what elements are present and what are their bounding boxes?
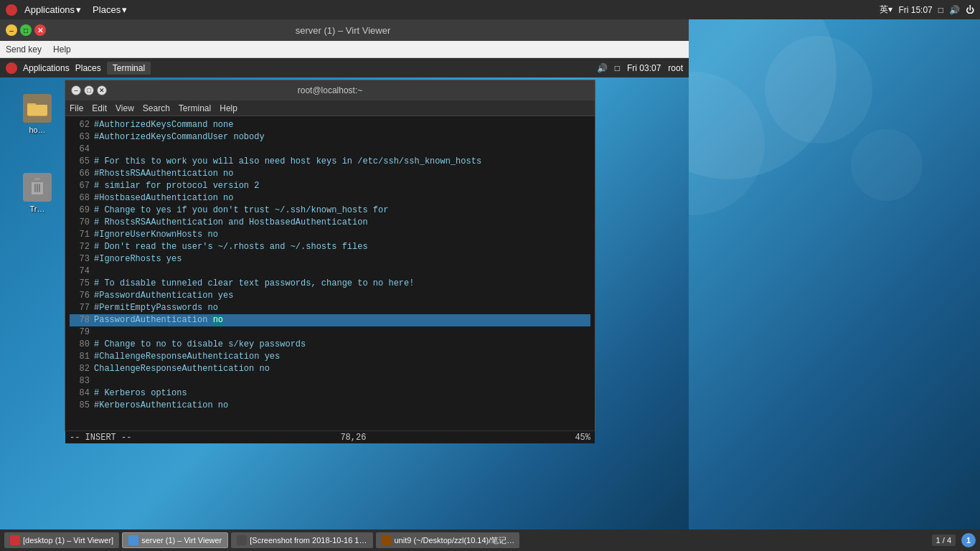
terminal-help-menu[interactable]: Help [220,103,237,113]
inner-terminal-label[interactable]: Terminal [107,62,151,75]
virt-close-button[interactable]: ✕ [34,24,46,36]
virt-window-title: server (1) – Virt Viewer [46,25,640,36]
terminal-line-85: 85#KerberosAuthentication no [70,400,590,412]
inner-panel-right: 🔊 □ Fri 03:07 root [597,63,683,73]
folder-label: ho… [29,126,45,134]
line-number: 63 [70,131,90,143]
trash-img [23,173,52,202]
applications-arrow: ▾ [76,4,81,15]
terminal-line-73: 73#IgnoreRhosts yes [70,253,590,265]
trash-icon[interactable]: Tr… [14,173,60,213]
vim-percent: 45% [575,433,590,443]
inner-clock: Fri 03:07 [627,63,661,73]
line-content: # Don't read the user's ~/.rhosts and ~/… [94,241,368,253]
line-number: 68 [70,192,90,204]
terminal-line-80: 80# Change to no to disable s/key passwo… [70,339,590,351]
terminal-line-84: 84# Kerberos options [70,387,590,400]
line-content: #HostbasedAuthentication no [94,192,233,204]
terminal-edit-menu[interactable]: Edit [92,103,107,113]
terminal-statusbar: -- INSERT -- 78,26 45% [65,430,595,443]
fedora-icon [6,4,17,16]
terminal-line-72: 72# Don't read the user's ~/.rhosts and … [70,241,590,253]
terminal-view-menu[interactable]: View [116,103,134,113]
terminal-window-controls[interactable]: – □ ✕ [71,85,107,95]
line-content: # For this to work you will also need ho… [94,156,481,168]
volume-icon[interactable]: 🔊 [949,5,960,15]
line-number: 64 [70,143,90,156]
virt-desktop: Applications Places Terminal 🔊 □ Fri 03:… [0,58,689,551]
line-content: #KerberosAuthentication no [94,400,228,412]
inner-applications-menu[interactable]: Applications [23,63,70,73]
virt-sendkey-menu[interactable]: Send key [6,44,42,55]
line-number: 67 [70,180,90,192]
terminal-line-64: 64 [70,143,590,156]
terminal-line-69: 69# Change to yes if you don't trust ~/.… [70,204,590,217]
taskbar-icon-server [128,535,138,545]
places-label: Places [93,4,121,15]
terminal-line-82: 82ChallengeResponseAuthentication no [70,363,590,375]
places-menu[interactable]: Places ▾ [88,3,131,17]
terminal-line-71: 71#IgnoreUserKnownHosts no [70,229,590,241]
terminal-terminal-menu[interactable]: Terminal [179,103,211,113]
virt-help-menu[interactable]: Help [53,44,71,55]
terminal-line-78: 78PasswordAuthentication no [70,314,590,326]
inner-volume[interactable]: 🔊 [597,63,608,73]
terminal-line-79: 79 [70,326,590,339]
terminal-titlebar: – □ ✕ root@localhost:~ [65,80,595,100]
terminal-content[interactable]: 62#AuthorizedKeysCommand none63#Authoriz… [65,116,595,430]
desktop-folder-icon[interactable]: ho… [14,94,60,134]
vim-mode: -- INSERT -- [70,433,131,443]
virt-viewer-window: – □ ✕ server (1) – Virt Viewer Send key … [0,19,689,551]
inner-gnome-panel: Applications Places Terminal 🔊 □ Fri 03:… [0,58,689,77]
virt-window-controls[interactable]: – □ ✕ [6,24,46,36]
line-number: 65 [70,156,90,168]
virt-maximize-button[interactable]: □ [20,24,32,36]
terminal-menu-bar: File Edit View Search Terminal Help [65,100,595,116]
terminal-line-62: 62#AuthorizedKeysCommand none [70,119,590,131]
line-content: #AuthorizedKeysCommandUser nobody [94,131,265,143]
terminal-maximize-button[interactable]: □ [84,85,94,95]
line-number: 84 [70,387,90,400]
svg-rect-2 [27,105,47,116]
taskbar-right: 1 / 4 1 [932,533,976,547]
line-content: #IgnoreUserKnownHosts no [94,229,218,241]
trash-label: Tr… [30,204,45,213]
taskbar-desktop-virt[interactable]: [desktop (1) – Virt Viewer] [4,532,119,548]
line-number: 72 [70,241,90,253]
inner-places-menu[interactable]: Places [75,63,101,73]
svg-rect-5 [34,178,40,180]
terminal-line-67: 67# similar for protocol version 2 [70,180,590,192]
clock: Fri 15:07 [898,5,932,15]
power-icon[interactable]: ⏻ [966,5,974,15]
terminal-search-menu[interactable]: Search [143,103,170,113]
top-system-bar: Applications ▾ Places ▾ 英▾ Fri 15:07 □ 🔊… [0,0,980,19]
window-icon[interactable]: □ [938,5,943,15]
line-content: # similar for protocol version 2 [94,180,259,192]
inner-display[interactable]: □ [615,63,620,73]
line-content: #AuthorizedKeysCommand none [94,119,233,131]
main-notification-button[interactable]: 1 [961,533,976,547]
inner-fedora-icon [6,62,17,74]
line-number: 79 [70,326,90,339]
terminal-minimize-button[interactable]: – [71,85,81,95]
highlighted-word: no [213,315,223,325]
line-content: # Change to no to disable s/key password… [94,339,306,351]
folder-svg [27,100,47,116]
line-content: # To disable tunneled clear text passwor… [94,278,414,290]
line-content: #ChallengeResponseAuthentication yes [94,351,280,363]
terminal-file-menu[interactable]: File [70,103,83,113]
taskbar-screenshot[interactable]: [Screenshot from 2018-10-16 1… [231,532,372,548]
top-bar-right: 英▾ Fri 15:07 □ 🔊 ⏻ [880,4,974,16]
terminal-close-button[interactable]: ✕ [97,85,107,95]
virt-minimize-button[interactable]: – [6,24,17,36]
line-number: 80 [70,339,90,351]
taskbar-server-virt[interactable]: server (1) – Virt Viewer [122,532,228,548]
svg-rect-6 [34,184,36,192]
line-content: #PermitEmptyPasswords no [94,302,218,314]
virt-titlebar: – □ ✕ server (1) – Virt Viewer [0,19,689,41]
line-content: ChallengeResponseAuthentication no [94,363,270,375]
taskbar-note[interactable]: unit9 (~/Desktop/zzl(10.14)/笔记… [376,532,519,548]
terminal-line-74: 74 [70,265,590,278]
applications-menu[interactable]: Applications ▾ [20,3,85,17]
inner-user: root [668,63,683,73]
